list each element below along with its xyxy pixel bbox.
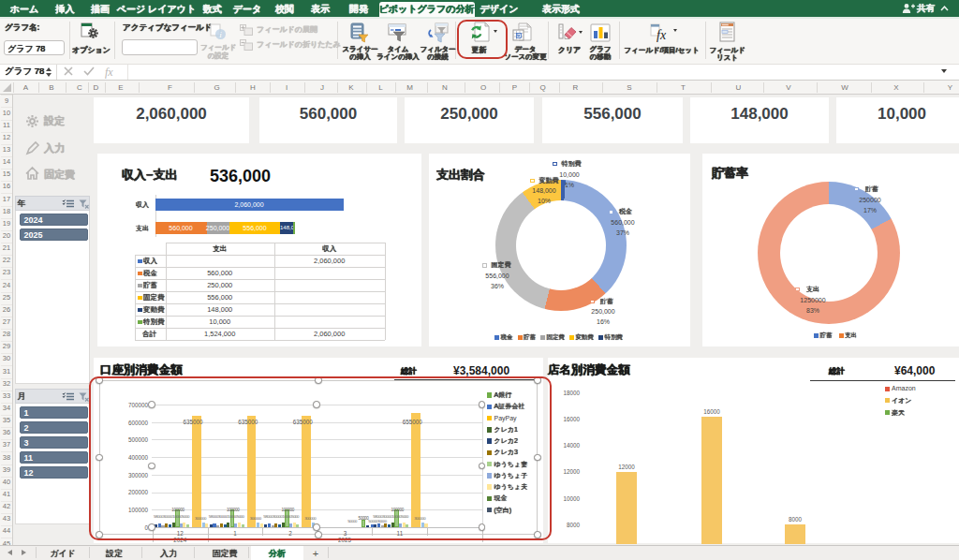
svg-text:fx: fx (105, 66, 113, 79)
svg-text:fx: fx (657, 28, 667, 42)
